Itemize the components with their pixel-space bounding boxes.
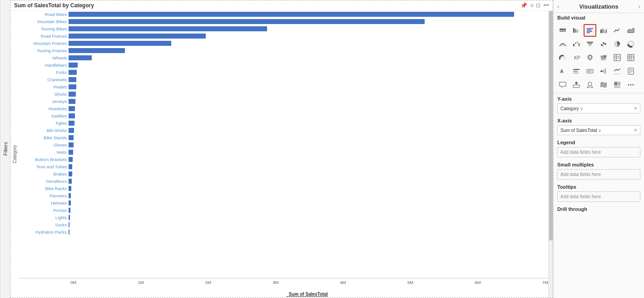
viz-icon-shape-map[interactable] — [597, 51, 610, 64]
x-axis-tick-label: 2M — [205, 280, 211, 285]
viz-icon-column-chart[interactable] — [597, 24, 610, 37]
bar-row[interactable]: Tires and Tubes — [19, 163, 548, 170]
viz-icon-area-chart[interactable] — [624, 24, 637, 37]
bar-row[interactable]: Bike Stands — [19, 134, 548, 141]
x-axis-field-tag[interactable]: Sum of SalesTotal ∨ × — [557, 125, 640, 135]
bar-label: Derailleurs — [19, 179, 69, 184]
viz-icon-more[interactable] — [624, 78, 637, 91]
bar-row[interactable]: Jerseys — [19, 98, 548, 105]
bar-row[interactable]: Panniers — [19, 192, 548, 199]
viz-icon-gauge[interactable] — [556, 51, 569, 64]
bar-row[interactable]: Brakes — [19, 171, 548, 177]
bar-row[interactable]: Road Frames — [19, 33, 548, 39]
y-axis-remove-btn[interactable]: × — [634, 105, 637, 112]
viz-icon-export[interactable] — [570, 78, 583, 91]
drill-through-section-label: Drill through — [557, 206, 640, 212]
viz-icon-filled-map[interactable] — [597, 78, 610, 91]
expand-icon[interactable]: ⊡ — [536, 2, 540, 9]
viz-icon-donut-chart[interactable] — [624, 38, 637, 50]
viz-icon-stacked-bar[interactable] — [556, 24, 569, 37]
small-multiples-add-fields[interactable]: Add data fields here — [557, 169, 640, 180]
bar-label: Tights — [19, 121, 69, 126]
viz-icon-waterfall-chart[interactable] — [570, 38, 583, 50]
y-axis-field-tag[interactable]: Category ∨ × — [557, 103, 640, 113]
svg-text:KPI: KPI — [574, 55, 580, 60]
bar-row[interactable]: Bike Racks — [19, 185, 548, 192]
bar-label: Road Frames — [19, 34, 69, 39]
more-options-icon[interactable]: ≡ — [530, 2, 533, 9]
chart-scrollbar[interactable] — [548, 11, 553, 298]
viz-nav-next[interactable]: › — [638, 3, 640, 10]
bar-fill — [69, 113, 75, 118]
viz-icon-funnel-chart[interactable] — [584, 38, 596, 50]
tooltips-add-fields[interactable]: Add data fields here — [557, 191, 640, 202]
x-axis-section-label: X-axis — [557, 118, 640, 123]
bar-row[interactable]: Forks — [19, 69, 548, 76]
tooltips-group: Tooltips Add data fields here — [557, 184, 640, 202]
bars-area: Road BikesMountain BikesTouring BikesRoa… — [19, 11, 548, 278]
bar-row[interactable]: Wheels — [19, 54, 548, 61]
viz-icon-treemap[interactable] — [611, 78, 624, 91]
bar-label: Jerseys — [19, 99, 69, 104]
viz-icon-text-box[interactable]: A — [556, 65, 569, 78]
bar-row[interactable]: Headsets — [19, 105, 548, 112]
viz-icon-table[interactable] — [611, 51, 624, 64]
x-axis-remove-btn[interactable]: × — [634, 127, 637, 133]
bar-fill — [69, 70, 77, 75]
bar-row[interactable]: Mountain Frames — [19, 40, 548, 47]
bar-track — [69, 19, 548, 24]
viz-icon-smart-narrative[interactable] — [584, 65, 596, 78]
viz-icon-map[interactable] — [584, 51, 596, 64]
bar-row[interactable]: Road Bikes — [19, 11, 548, 18]
bar-fill — [69, 230, 69, 234]
bar-row[interactable]: Socks — [19, 221, 548, 228]
bar-track — [69, 142, 548, 147]
y-axis-field-dropdown[interactable]: Category ∨ — [560, 106, 583, 111]
y-axis-chevron[interactable]: ∨ — [580, 106, 583, 111]
viz-icon-clustered-bar[interactable] — [570, 24, 583, 37]
viz-icon-decomp-tree[interactable] — [597, 65, 610, 78]
bar-row[interactable]: Handlebars — [19, 62, 548, 68]
bar-row[interactable]: Derailleurs — [19, 178, 548, 185]
bar-row[interactable]: Hydration Packs — [19, 229, 548, 235]
viz-nav-prev[interactable]: ‹ — [557, 3, 560, 10]
viz-icon-key-influencers[interactable] — [611, 65, 624, 78]
x-axis-chevron[interactable]: ∨ — [598, 128, 601, 133]
viz-icon-pie-chart[interactable] — [611, 38, 624, 50]
viz-icon-bar-chart[interactable] — [584, 24, 596, 37]
y-axis-group: Y-axis Category ∨ × — [557, 96, 640, 113]
bar-row[interactable]: Lights — [19, 214, 548, 221]
svg-rect-12 — [606, 29, 607, 33]
pin-icon[interactable]: 📌 — [520, 2, 527, 9]
bar-row[interactable]: Bottom Brackets — [19, 156, 548, 163]
ellipsis-icon[interactable]: ••• — [543, 2, 549, 9]
filters-panel[interactable]: Filters — [0, 0, 10, 298]
bar-row[interactable]: Pumps — [19, 207, 548, 214]
bar-label: Mountain Bikes — [19, 19, 69, 24]
bar-row[interactable]: Vests — [19, 149, 548, 156]
bar-row[interactable]: Cranksets — [19, 76, 548, 83]
legend-add-fields[interactable]: Add data fields here — [557, 147, 640, 157]
chart-scrollbar-thumb[interactable] — [549, 11, 553, 240]
viz-icon-scatter-chart[interactable] — [597, 38, 610, 50]
bar-row[interactable]: Tights — [19, 120, 548, 127]
bar-row[interactable]: Mountain Bikes — [19, 18, 548, 25]
viz-icon-qa[interactable] — [556, 78, 569, 91]
bar-row[interactable]: Touring Bikes — [19, 25, 548, 32]
x-axis-field-dropdown[interactable]: Sum of SalesTotal ∨ — [560, 128, 601, 133]
bar-row[interactable]: Gloves — [19, 142, 548, 148]
viz-icon-ribbon-chart[interactable] — [556, 38, 569, 50]
viz-icon-paginated-report[interactable] — [624, 65, 637, 78]
viz-icon-badge[interactable] — [584, 78, 596, 91]
bar-row[interactable]: Helmets — [19, 200, 548, 206]
bar-row[interactable]: Pedals — [19, 83, 548, 90]
viz-icon-kpi[interactable]: KPI — [570, 51, 583, 64]
bar-row[interactable]: Touring Frames — [19, 47, 548, 54]
viz-icon-line-chart[interactable] — [611, 24, 624, 37]
bar-row[interactable]: Saddles — [19, 112, 548, 119]
viz-icon-matrix[interactable] — [624, 51, 637, 64]
viz-icon-slicer[interactable] — [570, 65, 583, 78]
bar-track — [69, 193, 548, 198]
bar-row[interactable]: Bib-Shorts — [19, 127, 548, 134]
bar-row[interactable]: Shorts — [19, 91, 548, 98]
